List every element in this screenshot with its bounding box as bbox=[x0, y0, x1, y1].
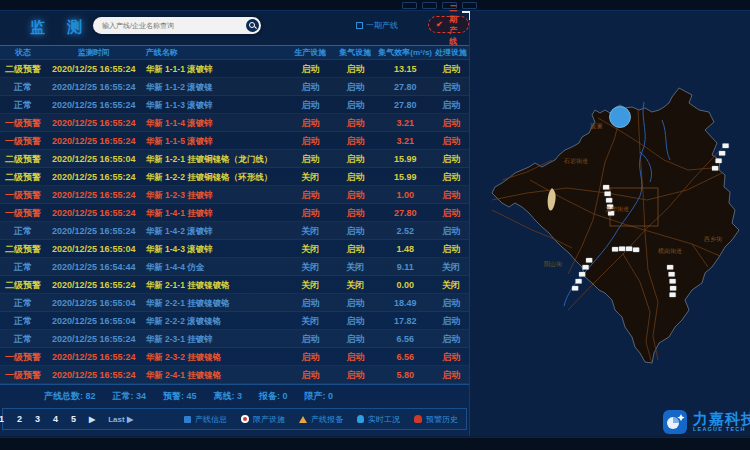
table-row[interactable]: 二级预警2020/12/25 16:55:24华新 1-2-2 挂镀铜镍铬（环形… bbox=[0, 168, 469, 186]
facility-marker[interactable] bbox=[603, 185, 609, 190]
facility-marker[interactable] bbox=[612, 247, 618, 252]
summary-item: 产线总数: 82 bbox=[44, 390, 96, 403]
facility-marker[interactable] bbox=[605, 192, 611, 197]
table-row[interactable]: 正常2020/12/25 16:55:24华新 1-1-2 滚镀镍启动启动27.… bbox=[0, 78, 469, 96]
facility-marker[interactable] bbox=[667, 265, 673, 270]
map-place-label: 石岩街道 bbox=[563, 157, 588, 165]
facility-marker[interactable] bbox=[670, 286, 676, 291]
cell-name: 华新 1-4-1 挂镀锌 bbox=[142, 204, 288, 221]
legend-item-bell[interactable]: 预警历史 bbox=[414, 414, 458, 425]
table-row[interactable]: 二级预警2020/12/25 16:55:04华新 1-2-1 挂镀铜镍铬（龙门… bbox=[0, 150, 469, 168]
phase1-checkbox[interactable]: 一期产线 bbox=[356, 20, 398, 31]
table-row[interactable]: 一级预警2020/12/25 16:55:24华新 2-3-2 挂镀镍铬启动启动… bbox=[0, 348, 469, 366]
cell-efficiency: 1.48 bbox=[377, 240, 433, 257]
facility-marker[interactable] bbox=[633, 248, 639, 253]
table-row[interactable]: 正常2020/12/25 16:55:04华新 2-2-1 挂镀镍镀铬启动启动1… bbox=[0, 294, 469, 312]
cell-gas: 启动 bbox=[333, 132, 377, 149]
legend-bar: 产线信息限产设施产线报备实时工况预警历史 bbox=[184, 414, 458, 425]
table-body: 二级预警2020/12/25 16:55:24华新 1-1-1 滚镀锌启动启动1… bbox=[0, 60, 469, 384]
cell-production: 启动 bbox=[287, 96, 333, 113]
cluster-count-marker[interactable] bbox=[610, 107, 631, 128]
facility-marker[interactable] bbox=[670, 279, 676, 284]
column-header-status: 状态 bbox=[0, 47, 46, 58]
monitoring-screen: 监 测 一期产线 ✔ 二期产线 状态监测时间产线名称生产设施集气设施集气效率(m… bbox=[0, 0, 750, 450]
facility-marker[interactable] bbox=[723, 144, 729, 149]
cell-name: 华新 1-4-4 仿金 bbox=[142, 258, 288, 275]
table-row[interactable]: 正常2020/12/25 16:55:04华新 2-2-2 滚镀镍铬关闭启动17… bbox=[0, 312, 469, 330]
window-button-icon[interactable] bbox=[402, 2, 417, 9]
cell-production: 关闭 bbox=[287, 276, 333, 293]
cell-gas: 启动 bbox=[333, 348, 377, 365]
page-number[interactable]: 1 bbox=[0, 414, 4, 424]
cell-treatment: 启动 bbox=[433, 60, 469, 77]
summary-item: 报备: 0 bbox=[259, 390, 288, 403]
cell-efficiency: 5.80 bbox=[377, 366, 433, 383]
main-content: 监 测 一期产线 ✔ 二期产线 状态监测时间产线名称生产设施集气设施集气效率(m… bbox=[0, 11, 750, 436]
cell-treatment: 关闭 bbox=[433, 276, 469, 293]
table-header-row: 状态监测时间产线名称生产设施集气设施集气效率(m³/s)处理设施 bbox=[0, 45, 469, 60]
page-number[interactable]: 3 bbox=[35, 414, 40, 424]
cell-efficiency: 27.80 bbox=[377, 204, 433, 221]
cell-name: 华新 1-1-1 滚镀锌 bbox=[142, 60, 288, 77]
cell-time: 2020/12/25 16:55:04 bbox=[46, 294, 142, 311]
cell-treatment: 启动 bbox=[433, 294, 469, 311]
page-number[interactable]: 5 bbox=[71, 414, 76, 424]
window-button-icon[interactable] bbox=[462, 2, 477, 9]
cell-time: 2020/12/25 16:55:24 bbox=[46, 132, 142, 149]
window-button-icon[interactable] bbox=[422, 2, 437, 9]
facility-marker[interactable] bbox=[579, 272, 585, 277]
legend-item-person[interactable]: 实时工况 bbox=[357, 414, 400, 425]
legend-item-square[interactable]: 产线信息 bbox=[184, 414, 227, 425]
cell-status: 正常 bbox=[0, 258, 46, 275]
checkbox-icon[interactable] bbox=[356, 22, 363, 29]
table-row[interactable]: 正常2020/12/25 16:55:24华新 1-4-2 滚镀锌关闭启动2.5… bbox=[0, 222, 469, 240]
facility-marker[interactable] bbox=[586, 258, 592, 263]
search-icon[interactable] bbox=[246, 19, 259, 32]
facility-marker[interactable] bbox=[619, 247, 625, 252]
table-row[interactable]: 一级预警2020/12/25 16:55:24华新 1-4-1 挂镀锌启动启动2… bbox=[0, 204, 469, 222]
cell-name: 华新 2-3-1 挂镀锌 bbox=[142, 330, 288, 347]
facility-marker[interactable] bbox=[626, 247, 632, 252]
facility-marker[interactable] bbox=[719, 151, 725, 156]
cell-production: 启动 bbox=[287, 132, 333, 149]
facility-marker[interactable] bbox=[572, 286, 578, 291]
facility-marker[interactable] bbox=[716, 159, 722, 164]
district-map[interactable]: 观澜石岩街道龙华街道阳山街横岗街道西乡街 bbox=[472, 60, 748, 396]
table-row[interactable]: 一级预警2020/12/25 16:55:24华新 2-4-1 挂镀镍铬启动启动… bbox=[0, 366, 469, 384]
cell-gas: 启动 bbox=[333, 168, 377, 185]
facility-marker[interactable] bbox=[576, 279, 582, 284]
table-row[interactable]: 二级预警2020/12/25 16:55:24华新 1-1-1 滚镀锌启动启动1… bbox=[0, 60, 469, 78]
cell-production: 启动 bbox=[287, 294, 333, 311]
facility-marker[interactable] bbox=[583, 265, 589, 270]
cell-time: 2020/12/25 16:55:24 bbox=[46, 276, 142, 293]
legend-item-triangle[interactable]: 产线报备 bbox=[299, 414, 343, 425]
page-number[interactable]: 2 bbox=[17, 414, 22, 424]
page-number[interactable]: 4 bbox=[53, 414, 58, 424]
cell-gas: 启动 bbox=[333, 240, 377, 257]
facility-marker[interactable] bbox=[712, 166, 718, 171]
facility-marker[interactable] bbox=[606, 198, 612, 203]
last-page-button[interactable]: Last ▶ bbox=[108, 415, 133, 424]
table-row[interactable]: 一级预警2020/12/25 16:55:24华新 1-2-3 挂镀锌启动启动1… bbox=[0, 186, 469, 204]
cell-time: 2020/12/25 16:55:24 bbox=[46, 168, 142, 185]
facility-marker[interactable] bbox=[669, 272, 675, 277]
table-row[interactable]: 二级预警2020/12/25 16:55:04华新 1-4-3 滚镀锌关闭启动1… bbox=[0, 240, 469, 258]
search-input[interactable] bbox=[93, 22, 246, 29]
facility-marker[interactable] bbox=[670, 293, 676, 298]
legend-label: 产线信息 bbox=[195, 414, 227, 425]
legend-label: 限产设施 bbox=[253, 414, 285, 425]
table-row[interactable]: 正常2020/12/25 16:55:24华新 2-3-1 挂镀锌启动启动6.5… bbox=[0, 330, 469, 348]
legend-item-circle[interactable]: 限产设施 bbox=[241, 414, 285, 425]
table-row[interactable]: 一级预警2020/12/25 16:55:24华新 1-1-4 滚镀锌启动启动3… bbox=[0, 114, 469, 132]
cell-name: 华新 2-2-1 挂镀镍镀铬 bbox=[142, 294, 288, 311]
cell-production: 关闭 bbox=[287, 222, 333, 239]
search-box[interactable] bbox=[93, 17, 261, 34]
phase1-label: 一期产线 bbox=[366, 20, 398, 31]
cell-efficiency: 17.82 bbox=[377, 312, 433, 329]
table-row[interactable]: 二级预警2020/12/25 16:55:24华新 2-1-1 挂镀镍镀铬关闭关… bbox=[0, 276, 469, 294]
cell-name: 华新 2-3-2 挂镀镍铬 bbox=[142, 348, 288, 365]
table-row[interactable]: 一级预警2020/12/25 16:55:24华新 1-1-5 滚镀锌启动启动3… bbox=[0, 132, 469, 150]
next-page-icon[interactable]: ▶ bbox=[89, 415, 95, 424]
table-row[interactable]: 正常2020/12/25 16:54:44华新 1-4-4 仿金关闭关闭9.11… bbox=[0, 258, 469, 276]
table-row[interactable]: 正常2020/12/25 16:55:24华新 1-1-3 滚镀锌启动启动27.… bbox=[0, 96, 469, 114]
